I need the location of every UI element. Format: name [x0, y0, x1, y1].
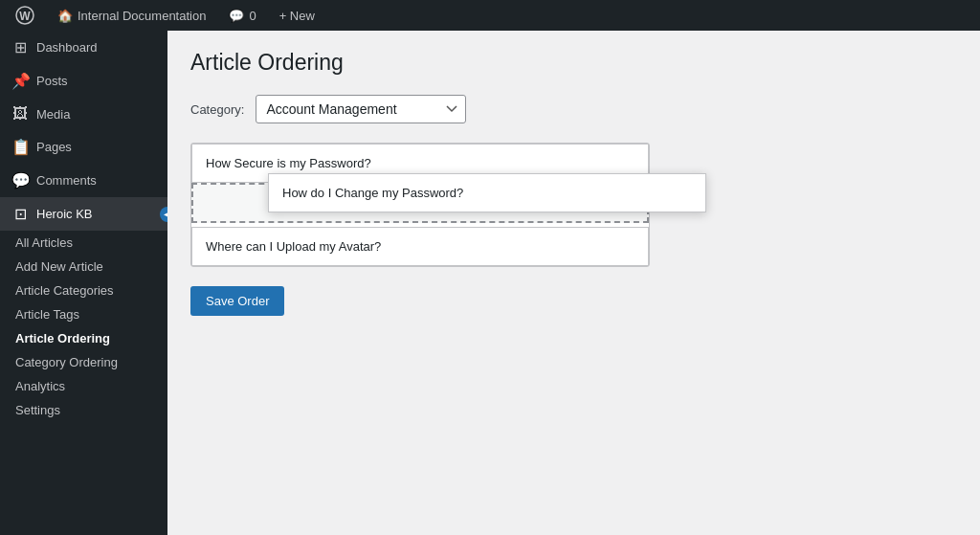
- category-label: Category:: [190, 102, 244, 117]
- sidebar-sub-item-article-categories[interactable]: Article Categories: [0, 279, 167, 302]
- comments-icon: 💬: [11, 171, 29, 189]
- dashboard-icon: ⊞: [11, 38, 29, 56]
- sidebar-sub-item-all-articles[interactable]: All Articles: [0, 231, 167, 255]
- sidebar-sub-item-add-new-article[interactable]: Add New Article: [0, 255, 167, 279]
- sidebar-sub-item-settings[interactable]: Settings: [0, 398, 167, 422]
- admin-bar: W 🏠 Internal Documentation 💬 0 + New: [0, 0, 980, 31]
- page-title: Article Ordering: [190, 50, 957, 76]
- heroic-kb-icon: ⊡: [11, 205, 29, 223]
- sidebar-item-posts[interactable]: 📌 Posts: [0, 64, 167, 98]
- content-area: Article Ordering Category: Account Manag…: [167, 31, 980, 535]
- sidebar-sub-item-analytics[interactable]: Analytics: [0, 374, 167, 398]
- category-select[interactable]: Account Management General Getting Start…: [256, 95, 466, 123]
- comments-button[interactable]: 💬 0: [225, 0, 259, 31]
- sidebar-sub-item-article-tags[interactable]: Article Tags: [0, 302, 167, 326]
- svg-text:W: W: [19, 10, 31, 23]
- posts-icon: 📌: [11, 72, 29, 90]
- sidebar-collapse-arrow: ◀: [160, 207, 167, 222]
- article-list: How Secure is my Password? How do I Chan…: [190, 143, 650, 267]
- home-icon: 🏠: [57, 9, 73, 23]
- site-name-button[interactable]: 🏠 Internal Documentation: [54, 0, 210, 31]
- sidebar-item-pages[interactable]: 📋 Pages: [0, 130, 167, 164]
- new-content-button[interactable]: + New: [276, 0, 319, 31]
- save-order-button[interactable]: Save Order: [190, 286, 284, 316]
- sidebar-item-media[interactable]: 🖼 Media: [0, 98, 167, 130]
- sidebar-item-label: Comments: [36, 173, 97, 188]
- heroic-kb-submenu: All Articles Add New Article Article Cat…: [0, 231, 167, 422]
- sidebar-sub-item-category-ordering[interactable]: Category Ordering: [0, 350, 167, 374]
- article-title-2: How do I Change my Password?: [282, 186, 463, 200]
- article-item-2-floating[interactable]: How do I Change my Password?: [268, 173, 706, 212]
- comment-icon: 💬: [229, 9, 244, 23]
- site-name-label: Internal Documentation: [78, 9, 206, 23]
- sidebar-item-label: Heroic KB: [36, 207, 93, 221]
- sidebar-item-heroic-kb[interactable]: ⊡ Heroic KB ◀: [0, 197, 167, 231]
- pages-icon: 📋: [11, 138, 29, 156]
- article-title-1: How Secure is my Password?: [206, 156, 371, 170]
- category-row: Category: Account Management General Get…: [190, 95, 957, 123]
- media-icon: 🖼: [11, 105, 29, 123]
- sidebar: ⊞ Dashboard 📌 Posts 🖼 Media 📋 Pages 💬 Co…: [0, 31, 167, 535]
- sidebar-item-label: Media: [36, 107, 70, 122]
- article-drag-container: How do I Change my Password?: [191, 183, 649, 227]
- sidebar-sub-item-article-ordering[interactable]: Article Ordering: [0, 326, 167, 350]
- sidebar-item-comments[interactable]: 💬 Comments: [0, 164, 167, 197]
- main-layout: ⊞ Dashboard 📌 Posts 🖼 Media 📋 Pages 💬 Co…: [0, 31, 980, 535]
- wp-logo-button[interactable]: W: [11, 0, 38, 31]
- new-label: + New: [279, 9, 315, 23]
- article-item-3[interactable]: Where can I Upload my Avatar?: [191, 227, 649, 266]
- sidebar-item-label: Pages: [36, 140, 72, 154]
- article-title-3: Where can I Upload my Avatar?: [206, 239, 381, 254]
- sidebar-item-dashboard[interactable]: ⊞ Dashboard: [0, 31, 167, 64]
- sidebar-item-label: Posts: [36, 74, 68, 88]
- sidebar-item-label: Dashboard: [36, 40, 98, 55]
- comments-count: 0: [249, 9, 256, 23]
